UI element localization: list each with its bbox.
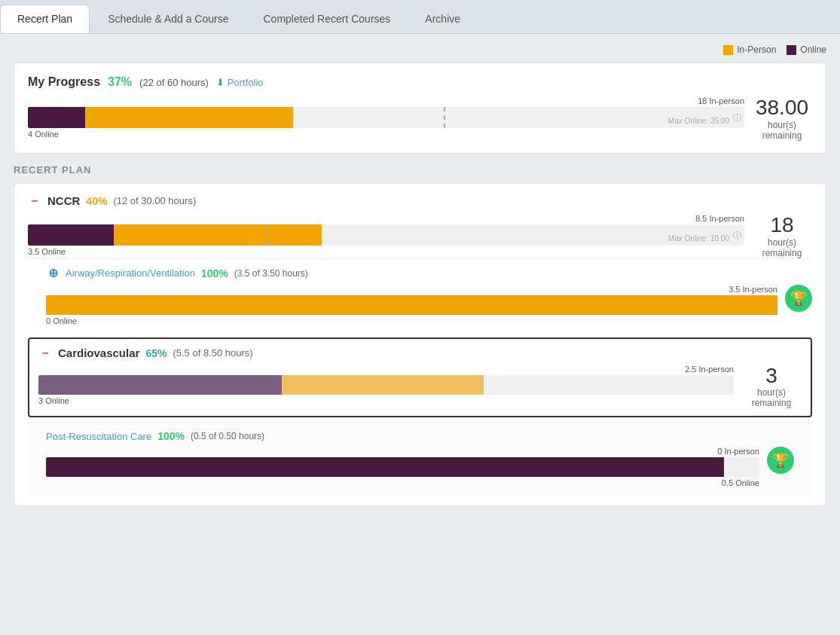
cardio-remaining-label: remaining xyxy=(741,398,802,408)
nccr-inperson-bar xyxy=(114,224,322,246)
online-bar xyxy=(28,107,85,128)
inperson-swatch xyxy=(723,45,733,55)
airway-inperson-label: 3.5 In-person xyxy=(46,285,777,294)
airway-name: Airway/Respiration/Ventilation xyxy=(66,267,195,279)
nccr-toggle[interactable]: − xyxy=(28,194,41,208)
portfolio-label: Portfolio xyxy=(228,77,264,88)
chart-legend: In-Person Online xyxy=(14,44,826,55)
cardio-hours: (5.5 of 8.50 hours) xyxy=(173,347,252,359)
post-resus-header: Post-Resuscitation Care 100% (0.5 of 0.5… xyxy=(46,430,794,442)
cardio-toggle[interactable]: − xyxy=(38,347,52,360)
airway-toggle[interactable]: ⊕ xyxy=(46,267,60,280)
tabs-bar: Recert Plan Schedule & Add a Course Comp… xyxy=(0,0,840,34)
airway-inperson-bar xyxy=(46,295,777,315)
nccr-bar-section: 8.5 In-person Max Online: 10.00 ⓘ 3.5 On… xyxy=(28,214,744,256)
legend-inperson: In-Person xyxy=(723,44,776,55)
post-resus-pct: 100% xyxy=(157,430,185,442)
recert-plan-card: − NCCR 40% (12 of 30.00 hours) 8.5 In-pe… xyxy=(14,183,826,507)
nccr-online-label: 3.5 Online xyxy=(28,247,744,256)
airway-header: ⊕ Airway/Respiration/Ventilation 100% (3… xyxy=(46,267,812,280)
nccr-hours-remaining: 18 hour(s) remaining xyxy=(752,214,812,258)
inperson-top-label: 18 In-person xyxy=(28,96,744,105)
cardio-header: − Cardiovascular 65% (5.5 of 8.50 hours) xyxy=(38,347,802,360)
cardio-hours-remaining: 3 hour(s) remaining xyxy=(741,365,802,409)
cardio-inperson-label: 2.5 In-person xyxy=(38,365,734,374)
airway-bar-row: 3.5 In-person 0 Online 🏆 xyxy=(46,285,812,325)
nccr-section: − NCCR 40% (12 of 30.00 hours) 8.5 In-pe… xyxy=(28,194,812,258)
nccr-info-icon[interactable]: ⓘ xyxy=(733,229,741,240)
post-resus-bar-row: 0 In-person 0.5 Online 🏆 xyxy=(46,447,794,487)
cardio-hours-unit: hour(s) xyxy=(741,387,802,398)
tab-completed[interactable]: Completed Recert Courses xyxy=(247,5,408,33)
post-resus-bar-section: 0 In-person 0.5 Online xyxy=(46,447,759,487)
cardio-hours-big: 3 xyxy=(741,365,802,388)
nccr-header: − NCCR 40% (12 of 30.00 hours) xyxy=(28,194,812,208)
post-resus-hours: (0.5 of 0.50 hours) xyxy=(191,431,264,441)
airway-bar-section: 3.5 In-person 0 Online xyxy=(46,285,777,325)
cardio-inperson-bar xyxy=(282,375,484,395)
cardio-pct: 65% xyxy=(145,347,166,359)
cardio-bar-row: 2.5 In-person 3 Online 3 hour(s) remaini… xyxy=(38,365,802,409)
cardio-bar-track xyxy=(38,375,734,395)
progress-bar-track: Max Online: 35.00 ⓘ xyxy=(28,107,744,128)
cardio-online-label: 3 Online xyxy=(38,396,734,405)
cardio-name: Cardiovascular xyxy=(58,347,139,359)
post-resus-online-bar xyxy=(46,457,724,477)
hours-unit: hour(s) xyxy=(752,120,812,130)
post-resus-online-label: 0.5 Online xyxy=(46,478,759,487)
legend-online: Online xyxy=(787,44,826,55)
nccr-hours: (12 of 30.00 hours) xyxy=(113,195,196,206)
nccr-name: NCCR xyxy=(47,194,80,207)
nccr-pct: 40% xyxy=(86,195,107,207)
main-content: In-Person Online My Progress 37% (22 of … xyxy=(0,34,840,517)
airway-section: ⊕ Airway/Respiration/Ventilation 100% (3… xyxy=(28,258,812,333)
cardio-online-bar xyxy=(38,375,282,395)
nccr-hours-unit: hour(s) xyxy=(752,237,812,248)
nccr-remaining-label: remaining xyxy=(752,248,812,258)
nccr-max-dashed-line xyxy=(264,224,266,246)
inperson-bar xyxy=(85,107,293,128)
nccr-online-bar xyxy=(28,224,114,246)
cardio-bar-section: 2.5 In-person 3 Online xyxy=(38,365,734,405)
max-dashed-line xyxy=(444,107,445,128)
airway-bar-track xyxy=(46,295,777,315)
post-resus-name: Post-Resuscitation Care xyxy=(46,431,151,442)
my-progress-title: My Progress xyxy=(28,75,100,89)
tab-schedule-add[interactable]: Schedule & Add a Course xyxy=(91,5,245,33)
portfolio-link[interactable]: ⬇ Portfolio xyxy=(216,77,264,88)
tab-recert-plan[interactable]: Recert Plan xyxy=(0,5,90,33)
hours-remaining-label: remaining xyxy=(752,130,812,141)
airway-online-label: 0 Online xyxy=(46,316,777,325)
post-resus-bar-track xyxy=(46,457,759,477)
progress-bar-section: 18 In-person Max Online: 35.00 ⓘ 4 Onlin… xyxy=(28,96,744,139)
recert-plan-heading: RECERT PLAN xyxy=(14,164,826,176)
progress-header: My Progress 37% (22 of 60 hours) ⬇ Portf… xyxy=(28,75,812,89)
nccr-hours-big: 18 xyxy=(752,214,812,237)
airway-hours: (3.5 of 3.50 hours) xyxy=(234,268,308,279)
nccr-inperson-label: 8.5 In-person xyxy=(28,214,744,223)
airway-pct: 100% xyxy=(201,267,228,279)
nccr-max-label: Max Online: 10.00 xyxy=(668,234,729,243)
nccr-bar-track: Max Online: 10.00 ⓘ xyxy=(28,224,744,246)
hours-remaining-section: 38.00 hour(s) remaining xyxy=(752,96,812,141)
post-resus-inperson-label: 0 In-person xyxy=(46,447,759,456)
airway-trophy: 🏆 xyxy=(785,285,812,312)
post-resus-section: Post-Resuscitation Care 100% (0.5 of 0.5… xyxy=(28,422,812,495)
online-bottom-label: 4 Online xyxy=(28,130,744,139)
nccr-bar-row: 8.5 In-person Max Online: 10.00 ⓘ 3.5 On… xyxy=(28,214,812,258)
info-icon[interactable]: ⓘ xyxy=(733,112,741,124)
hours-big: 38.00 xyxy=(752,96,812,120)
download-icon: ⬇ xyxy=(216,77,225,88)
progress-hours: (22 of 60 hours) xyxy=(139,77,209,88)
max-online-label: Max Online: 35.00 xyxy=(668,117,729,125)
my-progress-card: My Progress 37% (22 of 60 hours) ⬇ Portf… xyxy=(14,63,826,154)
progress-pct: 37% xyxy=(108,75,132,89)
tab-archive[interactable]: Archive xyxy=(408,5,477,33)
inperson-label: In-Person xyxy=(737,44,776,55)
online-label: Online xyxy=(800,44,826,55)
cardiovascular-section: − Cardiovascular 65% (5.5 of 8.50 hours)… xyxy=(28,337,812,418)
progress-bar-row: 18 In-person Max Online: 35.00 ⓘ 4 Onlin… xyxy=(28,96,812,141)
post-resus-trophy: 🏆 xyxy=(767,447,794,474)
online-swatch xyxy=(787,45,796,55)
